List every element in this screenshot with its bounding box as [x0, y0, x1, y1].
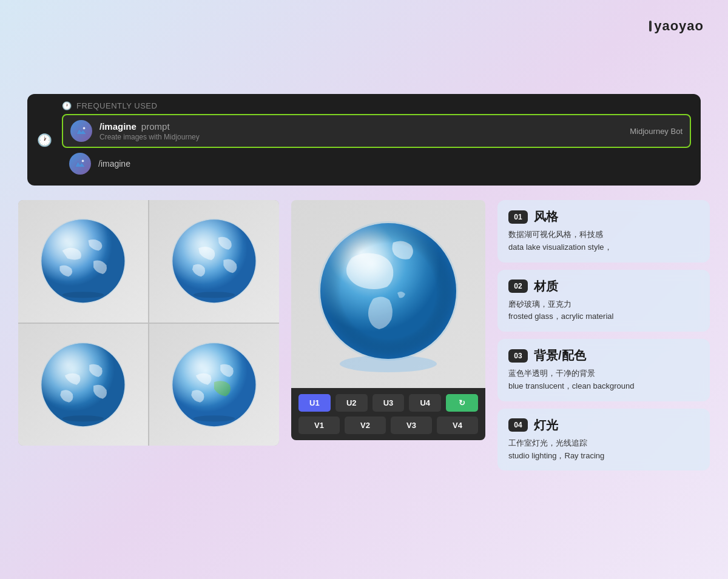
- globe-big-area: U1 U2 U3 U4 ↻ V1 V2 V3 V4: [291, 200, 485, 470]
- frequently-used-label: FREQUENTLY USED: [76, 101, 157, 110]
- card-body-style: 数据湖可视化风格，科技感 data lake visualization sty…: [508, 229, 699, 254]
- command-list: 🕐 FREQUENTLY USED /imagineprompt Create …: [62, 101, 691, 178]
- command-name-plain: /imagine: [98, 159, 130, 169]
- card-body-material: 磨砂玻璃，亚克力 frosted glass，acrylic material: [508, 298, 699, 324]
- svg-point-16: [62, 415, 104, 421]
- svg-point-15: [41, 343, 124, 426]
- card-body-background: 蓝色半透明，干净的背景 blue translucent，clean backg…: [508, 367, 699, 393]
- info-card-background-header: 03 背景/配色: [508, 347, 699, 364]
- card-num-04: 04: [508, 418, 528, 432]
- command-item-imagine-highlighted[interactable]: /imagineprompt Create images with Midjou…: [62, 114, 691, 148]
- command-item-content: /imagineprompt Create images with Midjou…: [99, 121, 622, 141]
- logo-bar: [649, 21, 652, 32]
- globe-big-display: [291, 200, 485, 388]
- u4-button[interactable]: U4: [409, 394, 441, 412]
- svg-point-11: [194, 292, 235, 298]
- header: yaoyao: [649, 18, 704, 34]
- svg-point-0: [83, 127, 86, 130]
- site-title: yaoyao: [654, 18, 704, 34]
- svg-point-27: [320, 223, 456, 359]
- clock-small-icon: 🕐: [62, 101, 72, 110]
- card-num-02: 02: [508, 279, 528, 293]
- globe-cell-top-left: [18, 200, 148, 323]
- v4-button[interactable]: V4: [437, 417, 478, 434]
- control-row-u: U1 U2 U3 U4 ↻: [298, 394, 478, 412]
- info-card-style: 01 风格 数据湖可视化风格，科技感 data lake visualizati…: [497, 200, 710, 263]
- card-num-01: 01: [508, 210, 528, 224]
- card-title-lighting: 灯光: [534, 417, 558, 433]
- u1-button[interactable]: U1: [298, 394, 331, 412]
- globe-cell-bottom-left: [18, 324, 148, 446]
- command-panel: 🕐 🕐 FREQUENTLY USED /imagineprompt Creat…: [27, 94, 701, 186]
- control-row-v: V1 V2 V3 V4: [298, 417, 478, 434]
- card-title-style: 风格: [534, 209, 558, 225]
- v1-button[interactable]: V1: [298, 417, 340, 434]
- info-cards: 01 风格 数据湖可视化风格，科技感 data lake visualizati…: [497, 200, 710, 470]
- info-card-lighting: 04 灯光 工作室灯光，光线追踪 studio lighting，Ray tra…: [497, 409, 710, 471]
- midjourney-icon: [70, 120, 92, 142]
- card-title-background: 背景/配色: [534, 347, 586, 364]
- v3-button[interactable]: V3: [391, 417, 432, 434]
- svg-point-20: [172, 343, 255, 426]
- bot-name: Midjourney Bot: [630, 127, 682, 136]
- clock-icon: 🕐: [37, 133, 52, 147]
- command-item-imagine-plain[interactable]: /imagine: [62, 149, 691, 178]
- frequently-used-header: 🕐 FREQUENTLY USED: [62, 101, 691, 110]
- command-name: /imagineprompt: [99, 121, 622, 132]
- card-body-lighting: 工作室灯光，光线追踪 studio lighting，Ray tracing: [508, 437, 699, 463]
- svg-point-1: [82, 160, 84, 162]
- globe-cell-top-right: [149, 200, 279, 323]
- svg-point-21: [194, 415, 235, 421]
- v2-button[interactable]: V2: [345, 417, 386, 434]
- info-card-material: 02 材质 磨砂玻璃，亚克力 frosted glass，acrylic mat…: [497, 270, 710, 332]
- info-card-style-header: 01 风格: [508, 209, 699, 225]
- info-card-background: 03 背景/配色 蓝色半透明，干净的背景 blue translucent，cl…: [497, 339, 710, 401]
- refresh-button[interactable]: ↻: [446, 394, 478, 412]
- card-title-material: 材质: [534, 278, 558, 295]
- info-card-material-header: 02 材质: [508, 278, 699, 295]
- svg-point-6: [62, 292, 104, 298]
- card-num-03: 03: [508, 349, 528, 363]
- u2-button[interactable]: U2: [335, 394, 368, 412]
- globe-grid: [18, 200, 279, 446]
- main-content: U1 U2 U3 U4 ↻ V1 V2 V3 V4 01 风格 数据湖可视化风格…: [18, 200, 710, 470]
- midjourney-icon-small: [69, 153, 91, 175]
- svg-point-5: [41, 219, 124, 303]
- globe-controls: U1 U2 U3 U4 ↻ V1 V2 V3 V4: [291, 388, 485, 440]
- command-desc: Create images with Midjourney: [99, 133, 622, 141]
- globe-cell-bottom-right: [149, 324, 279, 446]
- svg-point-10: [172, 219, 255, 303]
- u3-button[interactable]: U3: [372, 394, 405, 412]
- info-card-lighting-header: 04 灯光: [508, 417, 699, 433]
